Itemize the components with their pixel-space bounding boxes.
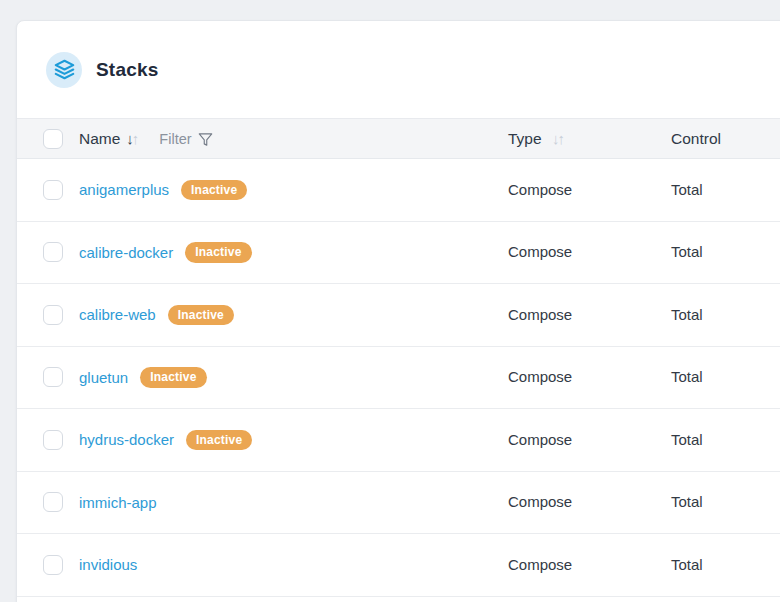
row-control: Total [671, 181, 703, 198]
column-header-type[interactable]: Type [508, 130, 542, 147]
column-header-control: Control [671, 130, 721, 147]
filter-label: Filter [159, 131, 191, 147]
stack-name-link[interactable]: immich-app [79, 494, 157, 511]
row-checkbox[interactable] [43, 305, 63, 325]
filter-button[interactable]: Filter [159, 131, 212, 147]
card-header: Stacks [17, 21, 780, 118]
table-row: gluetun Inactive Compose Total [17, 347, 780, 410]
table-row: immich-app Compose Total [17, 472, 780, 535]
table-row: hydrus-docker Inactive Compose Total [17, 409, 780, 472]
row-control: Total [671, 431, 703, 448]
layers-icon [54, 59, 75, 80]
table-header-row: Name ↓↑ Filter Type ↓↑ Control [17, 118, 780, 159]
row-type: Compose [508, 556, 572, 573]
select-all-checkbox[interactable] [43, 129, 63, 149]
row-checkbox[interactable] [43, 492, 63, 512]
filter-funnel-icon [198, 132, 213, 147]
sort-asc-icon: ↑ [558, 130, 564, 147]
stacks-icon-circle [46, 52, 82, 88]
row-type: Compose [508, 243, 572, 260]
row-checkbox[interactable] [43, 555, 63, 575]
row-type: Compose [508, 493, 572, 510]
type-sort-icon[interactable]: ↓↑ [552, 130, 563, 147]
row-control: Total [671, 556, 703, 573]
status-badge: Inactive [181, 180, 247, 201]
row-checkbox[interactable] [43, 430, 63, 450]
stack-name-link[interactable]: hydrus-docker [79, 431, 174, 448]
row-control: Total [671, 368, 703, 385]
column-header-name[interactable]: Name [79, 130, 120, 148]
row-type: Compose [508, 306, 572, 323]
table-row: invidious Compose Total [17, 534, 780, 597]
status-badge: Inactive [185, 242, 251, 263]
table-body: anigamerplus Inactive Compose Total cali… [17, 159, 780, 597]
status-badge: Inactive [168, 305, 234, 326]
stack-name-link[interactable]: calibre-docker [79, 244, 173, 261]
stack-name-link[interactable]: invidious [79, 556, 137, 573]
row-type: Compose [508, 181, 572, 198]
stack-name-link[interactable]: calibre-web [79, 306, 156, 323]
stack-name-link[interactable]: gluetun [79, 369, 128, 386]
table-row: calibre-web Inactive Compose Total [17, 284, 780, 347]
page-background: Stacks Name ↓↑ Filter Type ↓↑ [0, 0, 780, 602]
stack-name-link[interactable]: anigamerplus [79, 181, 169, 198]
row-checkbox[interactable] [43, 180, 63, 200]
row-checkbox[interactable] [43, 367, 63, 387]
stacks-card: Stacks Name ↓↑ Filter Type ↓↑ [16, 20, 780, 602]
table-row: calibre-docker Inactive Compose Total [17, 222, 780, 285]
row-type: Compose [508, 368, 572, 385]
row-control: Total [671, 243, 703, 260]
row-control: Total [671, 493, 703, 510]
row-checkbox[interactable] [43, 242, 63, 262]
status-badge: Inactive [186, 430, 252, 451]
page-title: Stacks [96, 59, 158, 81]
sort-asc-icon: ↑ [132, 130, 138, 147]
name-sort-icon[interactable]: ↓↑ [126, 130, 137, 147]
row-type: Compose [508, 431, 572, 448]
table-row: anigamerplus Inactive Compose Total [17, 159, 780, 222]
row-control: Total [671, 306, 703, 323]
status-badge: Inactive [140, 367, 206, 388]
